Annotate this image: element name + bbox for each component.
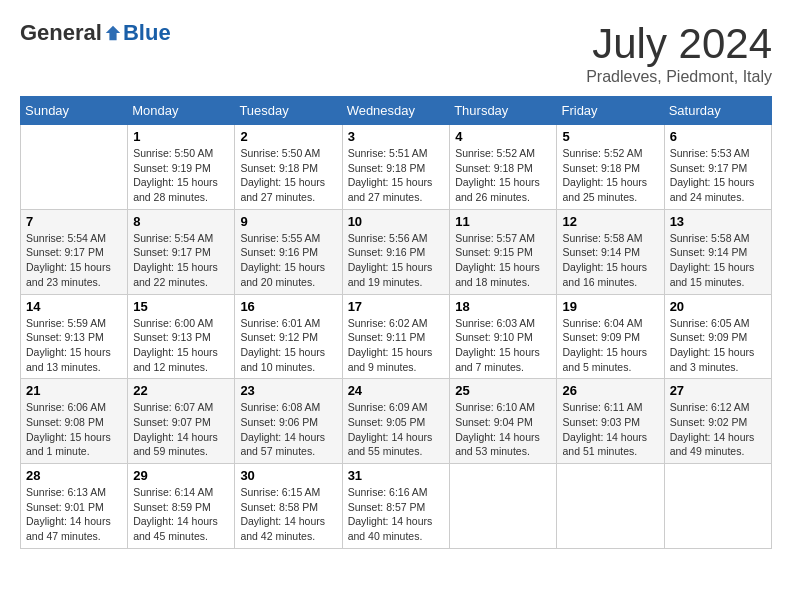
logo-blue-text: Blue	[123, 20, 171, 46]
calendar-week-row: 1Sunrise: 5:50 AMSunset: 9:19 PMDaylight…	[21, 125, 772, 210]
day-info: Sunrise: 5:51 AMSunset: 9:18 PMDaylight:…	[348, 146, 445, 205]
weekday-header: Friday	[557, 97, 664, 125]
calendar-cell: 29Sunrise: 6:14 AMSunset: 8:59 PMDayligh…	[128, 464, 235, 549]
day-number: 10	[348, 214, 445, 229]
day-number: 28	[26, 468, 122, 483]
day-number: 30	[240, 468, 336, 483]
calendar-week-row: 28Sunrise: 6:13 AMSunset: 9:01 PMDayligh…	[21, 464, 772, 549]
day-info: Sunrise: 5:54 AMSunset: 9:17 PMDaylight:…	[26, 231, 122, 290]
calendar-cell: 8Sunrise: 5:54 AMSunset: 9:17 PMDaylight…	[128, 209, 235, 294]
calendar-cell: 3Sunrise: 5:51 AMSunset: 9:18 PMDaylight…	[342, 125, 450, 210]
calendar-week-row: 7Sunrise: 5:54 AMSunset: 9:17 PMDaylight…	[21, 209, 772, 294]
calendar-cell: 22Sunrise: 6:07 AMSunset: 9:07 PMDayligh…	[128, 379, 235, 464]
calendar-cell: 7Sunrise: 5:54 AMSunset: 9:17 PMDaylight…	[21, 209, 128, 294]
calendar-cell	[21, 125, 128, 210]
calendar-cell: 1Sunrise: 5:50 AMSunset: 9:19 PMDaylight…	[128, 125, 235, 210]
day-number: 2	[240, 129, 336, 144]
calendar-cell: 17Sunrise: 6:02 AMSunset: 9:11 PMDayligh…	[342, 294, 450, 379]
day-info: Sunrise: 5:59 AMSunset: 9:13 PMDaylight:…	[26, 316, 122, 375]
day-number: 3	[348, 129, 445, 144]
day-number: 26	[562, 383, 658, 398]
calendar-cell	[450, 464, 557, 549]
day-number: 23	[240, 383, 336, 398]
day-number: 31	[348, 468, 445, 483]
day-number: 4	[455, 129, 551, 144]
day-info: Sunrise: 6:09 AMSunset: 9:05 PMDaylight:…	[348, 400, 445, 459]
calendar-cell: 28Sunrise: 6:13 AMSunset: 9:01 PMDayligh…	[21, 464, 128, 549]
day-number: 25	[455, 383, 551, 398]
day-number: 12	[562, 214, 658, 229]
calendar-cell: 18Sunrise: 6:03 AMSunset: 9:10 PMDayligh…	[450, 294, 557, 379]
calendar-cell: 10Sunrise: 5:56 AMSunset: 9:16 PMDayligh…	[342, 209, 450, 294]
calendar-cell: 21Sunrise: 6:06 AMSunset: 9:08 PMDayligh…	[21, 379, 128, 464]
day-info: Sunrise: 5:50 AMSunset: 9:18 PMDaylight:…	[240, 146, 336, 205]
day-number: 27	[670, 383, 766, 398]
logo-general-text: General	[20, 20, 102, 46]
weekday-header: Tuesday	[235, 97, 342, 125]
calendar-cell	[557, 464, 664, 549]
calendar-cell: 5Sunrise: 5:52 AMSunset: 9:18 PMDaylight…	[557, 125, 664, 210]
day-number: 21	[26, 383, 122, 398]
day-info: Sunrise: 5:56 AMSunset: 9:16 PMDaylight:…	[348, 231, 445, 290]
day-number: 16	[240, 299, 336, 314]
weekday-header: Monday	[128, 97, 235, 125]
day-info: Sunrise: 6:10 AMSunset: 9:04 PMDaylight:…	[455, 400, 551, 459]
day-info: Sunrise: 5:52 AMSunset: 9:18 PMDaylight:…	[455, 146, 551, 205]
weekday-header: Sunday	[21, 97, 128, 125]
month-title: July 2024	[586, 20, 772, 68]
calendar-cell: 4Sunrise: 5:52 AMSunset: 9:18 PMDaylight…	[450, 125, 557, 210]
location-text: Pradleves, Piedmont, Italy	[586, 68, 772, 86]
calendar-cell: 24Sunrise: 6:09 AMSunset: 9:05 PMDayligh…	[342, 379, 450, 464]
page-header: General Blue July 2024 Pradleves, Piedmo…	[20, 20, 772, 86]
day-number: 1	[133, 129, 229, 144]
day-info: Sunrise: 5:58 AMSunset: 9:14 PMDaylight:…	[562, 231, 658, 290]
day-info: Sunrise: 6:03 AMSunset: 9:10 PMDaylight:…	[455, 316, 551, 375]
day-info: Sunrise: 6:14 AMSunset: 8:59 PMDaylight:…	[133, 485, 229, 544]
calendar-week-row: 21Sunrise: 6:06 AMSunset: 9:08 PMDayligh…	[21, 379, 772, 464]
calendar-cell	[664, 464, 771, 549]
day-info: Sunrise: 5:54 AMSunset: 9:17 PMDaylight:…	[133, 231, 229, 290]
day-number: 19	[562, 299, 658, 314]
weekday-header: Thursday	[450, 97, 557, 125]
day-info: Sunrise: 5:53 AMSunset: 9:17 PMDaylight:…	[670, 146, 766, 205]
logo: General Blue	[20, 20, 171, 46]
logo-icon	[104, 24, 122, 42]
calendar-header-row: SundayMondayTuesdayWednesdayThursdayFrid…	[21, 97, 772, 125]
day-info: Sunrise: 6:08 AMSunset: 9:06 PMDaylight:…	[240, 400, 336, 459]
day-info: Sunrise: 6:15 AMSunset: 8:58 PMDaylight:…	[240, 485, 336, 544]
calendar-cell: 16Sunrise: 6:01 AMSunset: 9:12 PMDayligh…	[235, 294, 342, 379]
calendar-cell: 6Sunrise: 5:53 AMSunset: 9:17 PMDaylight…	[664, 125, 771, 210]
title-block: July 2024 Pradleves, Piedmont, Italy	[586, 20, 772, 86]
day-number: 20	[670, 299, 766, 314]
calendar-cell: 19Sunrise: 6:04 AMSunset: 9:09 PMDayligh…	[557, 294, 664, 379]
day-info: Sunrise: 6:05 AMSunset: 9:09 PMDaylight:…	[670, 316, 766, 375]
calendar-cell: 23Sunrise: 6:08 AMSunset: 9:06 PMDayligh…	[235, 379, 342, 464]
day-number: 18	[455, 299, 551, 314]
day-info: Sunrise: 5:55 AMSunset: 9:16 PMDaylight:…	[240, 231, 336, 290]
calendar-cell: 15Sunrise: 6:00 AMSunset: 9:13 PMDayligh…	[128, 294, 235, 379]
calendar-cell: 9Sunrise: 5:55 AMSunset: 9:16 PMDaylight…	[235, 209, 342, 294]
day-number: 24	[348, 383, 445, 398]
day-info: Sunrise: 6:06 AMSunset: 9:08 PMDaylight:…	[26, 400, 122, 459]
calendar-cell: 11Sunrise: 5:57 AMSunset: 9:15 PMDayligh…	[450, 209, 557, 294]
calendar-cell: 13Sunrise: 5:58 AMSunset: 9:14 PMDayligh…	[664, 209, 771, 294]
day-info: Sunrise: 5:50 AMSunset: 9:19 PMDaylight:…	[133, 146, 229, 205]
day-number: 9	[240, 214, 336, 229]
day-number: 22	[133, 383, 229, 398]
day-number: 15	[133, 299, 229, 314]
calendar-cell: 2Sunrise: 5:50 AMSunset: 9:18 PMDaylight…	[235, 125, 342, 210]
day-number: 11	[455, 214, 551, 229]
day-info: Sunrise: 6:02 AMSunset: 9:11 PMDaylight:…	[348, 316, 445, 375]
day-info: Sunrise: 6:12 AMSunset: 9:02 PMDaylight:…	[670, 400, 766, 459]
calendar-week-row: 14Sunrise: 5:59 AMSunset: 9:13 PMDayligh…	[21, 294, 772, 379]
day-number: 5	[562, 129, 658, 144]
svg-marker-0	[106, 26, 120, 40]
day-number: 6	[670, 129, 766, 144]
weekday-header: Saturday	[664, 97, 771, 125]
calendar-cell: 26Sunrise: 6:11 AMSunset: 9:03 PMDayligh…	[557, 379, 664, 464]
calendar-cell: 14Sunrise: 5:59 AMSunset: 9:13 PMDayligh…	[21, 294, 128, 379]
day-info: Sunrise: 6:16 AMSunset: 8:57 PMDaylight:…	[348, 485, 445, 544]
day-info: Sunrise: 6:00 AMSunset: 9:13 PMDaylight:…	[133, 316, 229, 375]
calendar-cell: 27Sunrise: 6:12 AMSunset: 9:02 PMDayligh…	[664, 379, 771, 464]
day-info: Sunrise: 6:01 AMSunset: 9:12 PMDaylight:…	[240, 316, 336, 375]
